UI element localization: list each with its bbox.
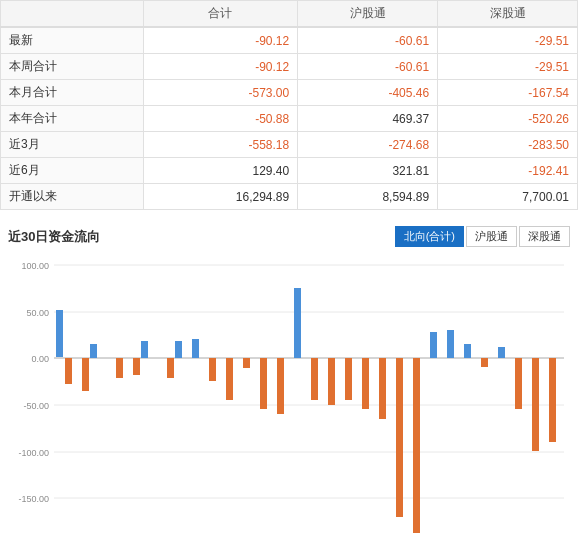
chart-svg: 100.00 50.00 0.00 -50.00 -100.00 -150.00: [8, 255, 570, 533]
svg-text:-50.00: -50.00: [23, 401, 49, 411]
row-shen: 7,700.01: [438, 184, 578, 210]
svg-rect-0: [9, 255, 569, 533]
row-hu: -60.61: [298, 54, 438, 80]
row-total: 16,294.89: [143, 184, 298, 210]
chart-container: 100.00 50.00 0.00 -50.00 -100.00 -150.00: [0, 255, 578, 533]
table-row: 近6月129.40321.81-192.41: [1, 158, 578, 184]
row-shen: -283.50: [438, 132, 578, 158]
row-label: 开通以来: [1, 184, 144, 210]
row-shen: -29.51: [438, 27, 578, 54]
tab-hu-stock[interactable]: 沪股通: [466, 226, 517, 247]
row-total: 129.40: [143, 158, 298, 184]
svg-rect-18: [175, 341, 182, 358]
svg-rect-17: [141, 341, 148, 358]
tab-north-total[interactable]: 北向(合计): [395, 226, 464, 247]
svg-rect-25: [65, 358, 72, 384]
chart-section: 近30日资金流向 北向(合计) 沪股通 深股通 100.00 50.00: [0, 218, 578, 533]
svg-rect-35: [328, 358, 335, 405]
tab-shen-stock[interactable]: 深股通: [519, 226, 570, 247]
svg-text:-100.00: -100.00: [18, 448, 49, 458]
row-label: 近6月: [1, 158, 144, 184]
row-shen: -29.51: [438, 54, 578, 80]
svg-rect-33: [277, 358, 284, 414]
table-row: 本年合计-50.88469.37-520.26: [1, 106, 578, 132]
table-row: 最新-90.12-60.61-29.51: [1, 27, 578, 54]
svg-rect-34: [311, 358, 318, 400]
table-row: 本周合计-90.12-60.61-29.51: [1, 54, 578, 80]
svg-text:50.00: 50.00: [26, 308, 49, 318]
row-label: 最新: [1, 27, 144, 54]
col-label-header: [1, 1, 144, 28]
row-hu: 321.81: [298, 158, 438, 184]
row-total: -558.18: [143, 132, 298, 158]
chart-title: 近30日资金流向: [8, 228, 100, 246]
table-row: 本月合计-573.00-405.46-167.54: [1, 80, 578, 106]
row-total: -90.12: [143, 54, 298, 80]
svg-rect-43: [532, 358, 539, 451]
row-total: -90.12: [143, 27, 298, 54]
svg-rect-36: [345, 358, 352, 400]
svg-rect-15: [56, 310, 63, 357]
row-label: 近3月: [1, 132, 144, 158]
row-hu: -274.68: [298, 132, 438, 158]
row-shen: -192.41: [438, 158, 578, 184]
svg-rect-26: [82, 358, 89, 391]
svg-rect-31: [226, 358, 233, 400]
svg-rect-28: [133, 358, 140, 375]
row-label: 本周合计: [1, 54, 144, 80]
col-shen-header: 深股通: [438, 1, 578, 28]
svg-rect-37: [362, 358, 369, 409]
svg-rect-39: [396, 358, 403, 517]
table-row: 开通以来16,294.898,594.897,700.01: [1, 184, 578, 210]
chart-header: 近30日资金流向 北向(合计) 沪股通 深股通: [0, 222, 578, 251]
row-label: 本年合计: [1, 106, 144, 132]
row-shen: -167.54: [438, 80, 578, 106]
svg-rect-23: [464, 344, 471, 358]
col-hu-header: 沪股通: [298, 1, 438, 28]
svg-rect-45: [243, 358, 250, 368]
svg-rect-44: [549, 358, 556, 442]
row-total: -50.88: [143, 106, 298, 132]
svg-rect-22: [447, 330, 454, 358]
svg-rect-29: [167, 358, 174, 378]
summary-table: 合计 沪股通 深股通 最新-90.12-60.61-29.51本周合计-90.1…: [0, 0, 578, 210]
row-total: -573.00: [143, 80, 298, 106]
row-hu: -60.61: [298, 27, 438, 54]
svg-text:100.00: 100.00: [21, 261, 49, 271]
table-row: 近3月-558.18-274.68-283.50: [1, 132, 578, 158]
svg-rect-40: [413, 358, 420, 533]
col-total-header: 合计: [143, 1, 298, 28]
svg-rect-30: [209, 358, 216, 381]
svg-rect-27: [116, 358, 123, 378]
row-hu: 8,594.89: [298, 184, 438, 210]
svg-rect-21: [430, 332, 437, 358]
svg-rect-16: [90, 344, 97, 358]
chart-tabs: 北向(合计) 沪股通 深股通: [395, 226, 570, 247]
svg-rect-32: [260, 358, 267, 409]
svg-text:-150.00: -150.00: [18, 494, 49, 504]
svg-rect-20: [294, 288, 301, 358]
svg-rect-19: [192, 339, 199, 358]
row-label: 本月合计: [1, 80, 144, 106]
svg-rect-24: [498, 347, 505, 358]
row-hu: 469.37: [298, 106, 438, 132]
svg-text:0.00: 0.00: [31, 354, 49, 364]
row-hu: -405.46: [298, 80, 438, 106]
svg-rect-42: [515, 358, 522, 409]
row-shen: -520.26: [438, 106, 578, 132]
svg-rect-41: [481, 358, 488, 367]
svg-rect-38: [379, 358, 386, 419]
